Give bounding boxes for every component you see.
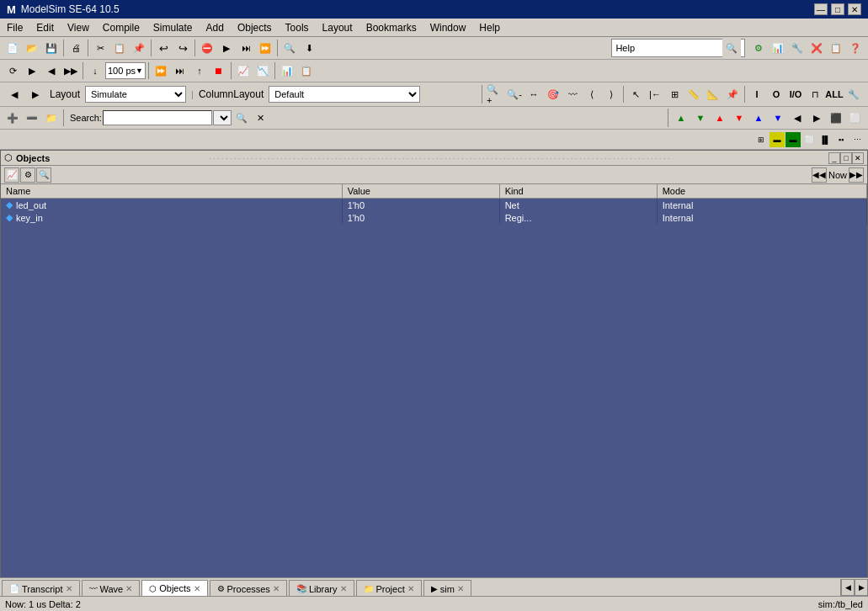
objects-float-btn[interactable]: □ [840,152,852,164]
objects-close-btn[interactable]: ✕ [852,152,864,164]
print-button[interactable]: 🖨 [67,39,85,57]
wave-ctrl-btn2[interactable]: ▬ [769,132,785,147]
break-button[interactable]: ⛔ [198,39,216,57]
marker-btn[interactable]: |← [646,85,664,104]
obj-props-btn[interactable]: ⚙ [20,167,35,183]
tab-project-close[interactable]: ✕ [407,584,414,593]
val-I-btn[interactable]: I [748,85,766,104]
sim-fwd-button[interactable]: ▶▶ [61,61,80,80]
help-btn3[interactable]: 🔧 [788,39,807,57]
time-dropdown-icon[interactable]: ▼ [136,66,143,75]
tab-transcript[interactable]: 📄 Transcript ✕ [2,580,80,596]
menu-compile[interactable]: Compile [96,20,146,35]
help-btn2[interactable]: 📊 [769,39,787,57]
signal-btn8[interactable]: ▶ [807,109,826,127]
layout-back-btn[interactable]: ◀ [5,85,24,104]
obj-back-btn[interactable]: ◀◀ [812,167,827,183]
tab-scroll-left[interactable]: ◀ [841,579,855,596]
table-row[interactable]: ◆ key_in 1'h0 Regi... Internal [1,211,867,224]
search-clear-btn[interactable]: ✕ [252,109,270,127]
signal-btn7[interactable]: ◀ [788,109,807,127]
run-cont-button[interactable]: ⏭ [171,61,189,80]
find-button[interactable]: 🔍 [280,39,299,57]
search-input[interactable] [103,110,212,125]
zoom-full-btn[interactable]: ↔ [525,85,543,104]
wave-ctrl-btn7[interactable]: ⋯ [849,132,865,147]
cov-btn1[interactable]: 📊 [278,61,296,80]
undo-button[interactable]: ↩ [154,39,173,57]
tab-objects[interactable]: ⬡ Objects ✕ [141,580,207,596]
search-go-btn[interactable]: 🔍 [232,109,251,127]
col-header-value[interactable]: Value [342,184,499,199]
tab-objects-close[interactable]: ✕ [194,584,200,593]
zoom-next-btn[interactable]: ⟩ [602,85,620,104]
signal-btn3[interactable]: ▲ [711,109,729,127]
val-all-btn[interactable]: ALL [825,85,844,104]
wave-collapse-btn[interactable]: 📐 [704,85,722,104]
objects-minimize-btn[interactable]: _ [828,152,840,164]
run-all-button[interactable]: ⏩ [152,61,170,80]
minimize-button[interactable]: — [814,3,828,15]
paste-button[interactable]: 📌 [130,39,148,57]
zoom-wave-btn[interactable]: 〰 [563,85,582,104]
col-header-name[interactable]: Name [1,184,342,199]
wave-add-btn[interactable]: ➕ [3,109,22,127]
signal-btn10[interactable]: ⬜ [846,109,865,127]
continue-button[interactable]: ▶ [217,39,236,57]
menu-edit[interactable]: Edit [29,20,61,35]
cut-button[interactable]: ✂ [91,39,109,57]
tab-wave[interactable]: 〰 Wave ✕ [82,580,141,596]
step-button[interactable]: ⏭ [237,39,255,57]
help-btn4[interactable]: ❌ [807,39,826,57]
step-out-button[interactable]: ↑ [190,61,209,80]
save-button[interactable]: 💾 [42,39,61,57]
signal-btn9[interactable]: ⬛ [827,109,845,127]
signal-btn4[interactable]: ▼ [730,109,748,127]
wave-ctrl-btn4[interactable]: ⬜ [801,132,817,147]
wave-ctrl-btn5[interactable]: ▐▌ [817,132,833,147]
tab-processes-close[interactable]: ✕ [273,584,280,593]
menu-layout[interactable]: Layout [316,20,359,35]
zoom-in-btn[interactable]: 🔍+ [486,85,504,104]
tab-processes[interactable]: ⚙ Processes ✕ [210,580,287,596]
tab-transcript-close[interactable]: ✕ [66,584,72,593]
menu-view[interactable]: View [61,20,96,35]
wave-del-btn[interactable]: ➖ [23,109,41,127]
wave-ctrl-btn1[interactable]: ⊞ [754,132,769,147]
menu-objects[interactable]: Objects [231,20,279,35]
search-type-select[interactable] [213,110,232,125]
signal-btn6[interactable]: ▼ [769,109,787,127]
val-tool-btn[interactable]: 🔧 [844,85,863,104]
maximize-button[interactable]: □ [831,3,844,15]
wave-btn1[interactable]: 📈 [234,61,253,80]
tab-sim-close[interactable]: ✕ [457,584,464,593]
find-next-button[interactable]: ⬇ [300,39,318,57]
col-header-kind[interactable]: Kind [499,184,657,199]
tab-library-close[interactable]: ✕ [340,584,347,593]
cov-btn2[interactable]: 📋 [297,61,316,80]
tab-sim[interactable]: ▶ sim ✕ [423,580,471,596]
menu-help[interactable]: Help [472,20,507,35]
redo-button[interactable]: ↪ [173,39,192,57]
wave-ctrl-btn6[interactable]: ▪▪ [833,132,849,147]
zoom-area-btn[interactable]: ⊞ [665,85,684,104]
restart-button[interactable]: ⟳ [3,61,22,80]
help-btn6[interactable]: ❓ [846,39,865,57]
wave-tool1[interactable]: 📌 [723,85,742,104]
layout-fwd-btn[interactable]: ▶ [26,85,45,104]
menu-simulate[interactable]: Simulate [146,20,200,35]
cursor-btn[interactable]: ↖ [626,85,645,104]
step-over-button[interactable]: ⏩ [256,39,274,57]
sim-stop-button[interactable]: ⏹ [210,61,228,80]
obj-fwd-btn[interactable]: ▶▶ [849,167,864,183]
sim-back-button[interactable]: ◀ [42,61,61,80]
tab-project[interactable]: 📁 Project ✕ [356,580,422,596]
tab-scroll-right[interactable]: ▶ [855,579,868,596]
val-O-btn[interactable]: O [767,85,785,104]
column-layout-select[interactable]: Default Custom [269,86,420,103]
menu-add[interactable]: Add [200,20,231,35]
menu-tools[interactable]: Tools [279,20,316,35]
signal-btn5[interactable]: ▲ [749,109,768,127]
layout-select[interactable]: Simulate Default Wave [85,86,186,103]
help-btn5[interactable]: 📋 [827,39,845,57]
